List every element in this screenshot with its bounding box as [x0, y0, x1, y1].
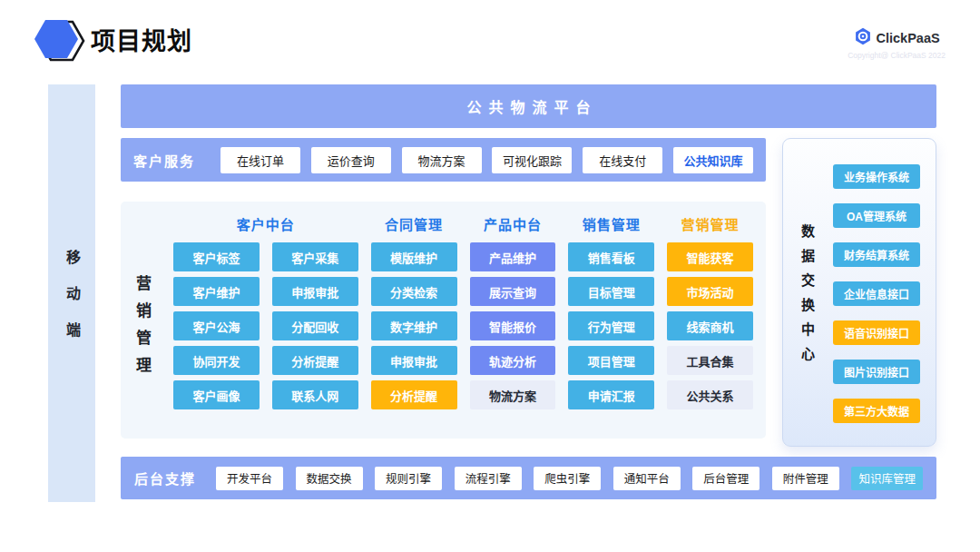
matrix-side-label: 营销管理	[131, 254, 153, 392]
matrix-box[interactable]: 分类检索	[371, 277, 457, 306]
column-header: 销售管理	[568, 214, 654, 233]
exchange-box[interactable]: 业务操作系统	[833, 164, 920, 189]
matrix-box[interactable]: 分析提醒	[371, 380, 457, 409]
backend-button[interactable]: 后台管理	[692, 467, 760, 490]
copyright-text: Copyright@ ClickPaaS 2022	[848, 51, 946, 60]
hexagon-logo	[33, 18, 87, 64]
platform-banner: 公共物流平台	[121, 84, 936, 128]
backend-button[interactable]: 附件管理	[772, 467, 839, 490]
matrix-box[interactable]: 智能获客	[667, 242, 753, 271]
column-header: 合同管理	[371, 214, 457, 233]
backend-support-row: 后台支撑 开发平台数据交换规则引擎流程引擎爬虫引擎通知平台后台管理附件管理知识库…	[121, 457, 936, 499]
matrix-box[interactable]: 市场活动	[667, 277, 753, 306]
backend-button[interactable]: 流程引擎	[455, 467, 522, 490]
exchange-box[interactable]: 语音识别接口	[833, 320, 920, 345]
matrix-box[interactable]: 客户维护	[173, 277, 260, 306]
platform-banner-title: 公共物流平台	[459, 95, 597, 117]
matrix-box[interactable]: 工具合集	[667, 346, 753, 375]
service-button[interactable]: 可视化跟踪	[492, 147, 572, 173]
matrix-box[interactable]: 项目管理	[568, 346, 654, 375]
service-button[interactable]: 在线支付	[583, 147, 662, 173]
matrix-box[interactable]: 销售看板	[568, 242, 654, 271]
backend-button[interactable]: 开发平台	[216, 467, 283, 490]
matrix-box[interactable]: 客户画像	[173, 380, 260, 409]
service-button[interactable]: 物流方案	[402, 147, 482, 173]
matrix-box[interactable]: 轨迹分析	[470, 346, 556, 375]
mobile-sidebar-label: 移动端	[61, 228, 83, 359]
matrix-cells: 客户标签客户采集模版维护产品维护销售看板智能获客客户维护申报审批分类检索展示查询…	[121, 233, 766, 409]
column-header: 产品中台	[470, 214, 556, 233]
matrix-box[interactable]: 申报审批	[272, 277, 358, 306]
matrix-box[interactable]: 智能报价	[470, 311, 556, 340]
page: 项目规划 ClickPaaS Copyright@ ClickPaaS 2022…	[0, 0, 980, 552]
backend-support-label: 后台支撑	[134, 468, 196, 488]
clickpaas-icon	[854, 27, 872, 49]
customer-service-buttons: 在线订单运价查询物流方案可视化跟踪在线支付公共知识库	[220, 147, 753, 173]
exchange-box[interactable]: OA管理系统	[833, 203, 920, 228]
matrix-box[interactable]: 数字维护	[371, 311, 457, 340]
matrix-box[interactable]: 线索商机	[667, 311, 753, 340]
matrix-box[interactable]: 申报审批	[371, 346, 457, 375]
column-header: 营销管理	[667, 214, 753, 233]
matrix-box[interactable]: 行为管理	[568, 311, 654, 340]
exchange-box[interactable]: 财务结算系统	[833, 242, 920, 267]
matrix-box[interactable]: 展示查询	[470, 277, 556, 306]
data-exchange-label: 数据交换中心	[798, 139, 817, 446]
service-button[interactable]: 在线订单	[220, 147, 300, 173]
matrix-box[interactable]: 协同开发	[173, 346, 260, 375]
matrix-box[interactable]: 客户标签	[173, 242, 260, 271]
exchange-box[interactable]: 图片识别接口	[833, 360, 920, 384]
backend-button[interactable]: 规则引擎	[375, 467, 442, 490]
service-button[interactable]: 公共知识库	[673, 147, 753, 173]
service-button[interactable]: 运价查询	[311, 147, 391, 173]
matrix-box[interactable]: 客户公海	[173, 311, 260, 340]
matrix-box[interactable]: 申请汇报	[568, 380, 654, 409]
matrix-column-headers: 客户中台合同管理产品中台销售管理营销管理	[121, 202, 766, 233]
matrix-box[interactable]: 公共关系	[667, 380, 753, 409]
backend-button[interactable]: 爬虫引擎	[534, 467, 601, 490]
exchange-box[interactable]: 企业信息接口	[833, 281, 920, 306]
brand-name: ClickPaaS	[877, 31, 940, 45]
matrix-box[interactable]: 目标管理	[568, 277, 654, 306]
exchange-box[interactable]: 第三方大数据	[833, 399, 920, 423]
customer-service-row: 客户服务 在线订单运价查询物流方案可视化跟踪在线支付公共知识库	[121, 138, 766, 182]
customer-service-label: 客户服务	[133, 151, 195, 170]
backend-button[interactable]: 知识库管理	[851, 467, 923, 490]
backend-button[interactable]: 通知平台	[613, 467, 681, 490]
matrix-box[interactable]: 联系人网	[272, 380, 358, 409]
backend-button[interactable]: 数据交换	[296, 467, 363, 490]
matrix-box[interactable]: 客户采集	[272, 242, 358, 271]
column-header: 客户中台	[173, 214, 358, 233]
matrix-box[interactable]: 模版维护	[371, 242, 457, 271]
matrix-box[interactable]: 分配回收	[272, 311, 358, 340]
data-exchange-items: 业务操作系统OA管理系统财务结算系统企业信息接口语音识别接口图片识别接口第三方大…	[833, 164, 920, 423]
matrix-box[interactable]: 物流方案	[470, 380, 556, 409]
matrix-box[interactable]: 分析提醒	[272, 346, 358, 375]
page-title: 项目规划	[91, 22, 192, 57]
mobile-sidebar: 移动端	[48, 84, 95, 502]
brand-block: ClickPaaS Copyright@ ClickPaaS 2022	[848, 27, 946, 60]
backend-support-buttons: 开发平台数据交换规则引擎流程引擎爬虫引擎通知平台后台管理附件管理知识库管理	[216, 467, 923, 490]
data-exchange-panel: 数据交换中心 业务操作系统OA管理系统财务结算系统企业信息接口语音识别接口图片识…	[782, 138, 936, 447]
matrix-panel: 客户中台合同管理产品中台销售管理营销管理 营销管理 客户标签客户采集模版维护产品…	[121, 202, 766, 439]
matrix-box[interactable]: 产品维护	[470, 242, 556, 271]
